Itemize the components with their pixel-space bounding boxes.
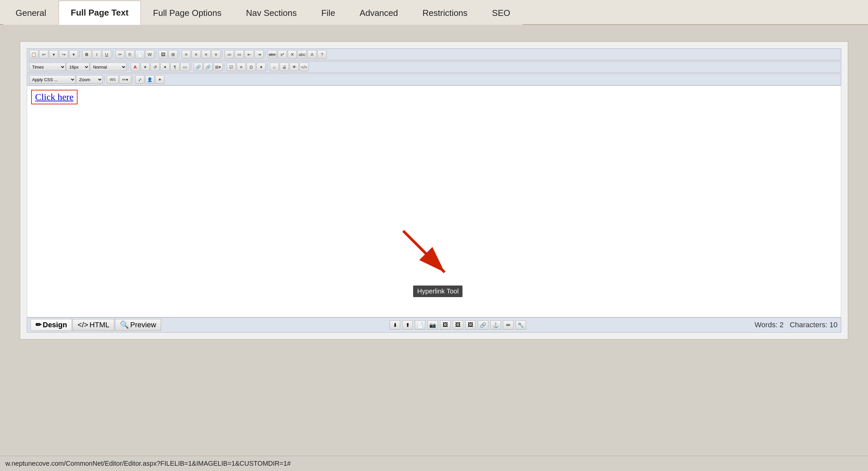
bottom-arrow-up-icon[interactable]: ⬆: [402, 320, 413, 329]
cut-btn[interactable]: ✂: [115, 50, 125, 59]
css-class-select[interactable]: Apply CSS ...: [29, 75, 75, 84]
strikethrough-btn[interactable]: abc: [268, 50, 277, 59]
paste-word-btn[interactable]: W: [145, 50, 154, 59]
paragraph-btn[interactable]: ¶: [170, 63, 180, 71]
bottom-tab-html[interactable]: </> HTML: [72, 319, 114, 331]
editor-body[interactable]: Click here Hyperlink Tool: [27, 86, 841, 317]
block-btn[interactable]: ▭: [180, 63, 189, 71]
separator-6: [265, 50, 266, 58]
italic-btn[interactable]: I: [92, 50, 101, 59]
subscript-btn[interactable]: A: [307, 50, 317, 59]
bold-btn[interactable]: B: [82, 50, 91, 59]
print-btn[interactable]: 🖨: [280, 63, 289, 71]
status-bar: w.neptunecove.com/CommonNet/Editor/Edito…: [0, 456, 868, 471]
font-color-btn[interactable]: A: [130, 63, 140, 71]
bottom-page-icon[interactable]: 📄: [415, 320, 425, 329]
bottom-tab-preview[interactable]: 🔍 Preview: [115, 319, 161, 331]
underline-btn[interactable]: U: [102, 50, 111, 59]
bottom-tool-icon[interactable]: 🔧: [516, 320, 526, 329]
ordered-list-btn[interactable]: ≔: [235, 50, 244, 59]
preview2-btn[interactable]: 👁: [289, 63, 299, 71]
tab-full-page-text[interactable]: Full Page Text: [59, 1, 141, 25]
undo-dropdown-btn[interactable]: ▾: [49, 50, 58, 59]
design-icon: ✏: [35, 321, 41, 329]
bottom-icons-group: ⬇ ⬆ 📄 📷 🖼 🖼 🖼 🔗 ⚓ ✏ 🔧: [390, 320, 526, 329]
align-center-btn[interactable]: ≡: [191, 50, 201, 59]
bottom-edit-icon[interactable]: ✏: [503, 320, 514, 329]
table-dropdown-btn[interactable]: ⊞▾: [213, 63, 223, 71]
separator-9: [224, 63, 225, 71]
unordered-list-btn[interactable]: ≔: [225, 50, 234, 59]
bottom-link-icon[interactable]: 🔗: [478, 320, 488, 329]
bottom-image2-icon[interactable]: 🖼: [453, 320, 463, 329]
separator-11: [104, 75, 105, 84]
paste2-btn[interactable]: 📄: [135, 50, 145, 59]
bottom-tabs: ✏ Design </> HTML 🔍 Preview: [30, 319, 161, 331]
toolbar-row-2: Times Arial Verdana 16px 12px 14px 18px …: [27, 61, 841, 73]
undo-btn[interactable]: ↩: [39, 50, 49, 59]
separator-7: [128, 63, 129, 71]
separator-3: [156, 50, 157, 58]
bottom-image1-icon[interactable]: 🖼: [440, 320, 451, 329]
outdent-btn[interactable]: ⇤: [245, 50, 254, 59]
click-here-link[interactable]: Click here: [31, 90, 78, 104]
toolbar-row-3: Apply CSS ... Zoom 50% 75% 100% 125% 150…: [27, 73, 841, 86]
separator-12: [132, 75, 134, 84]
lines-btn[interactable]: ≡: [237, 63, 246, 71]
help-btn[interactable]: ?: [317, 50, 327, 59]
paragraph-style-select[interactable]: Normal Heading 1 Heading 2 Heading 3: [90, 63, 127, 71]
redo-btn[interactable]: ↪: [59, 50, 68, 59]
tab-advanced[interactable]: Advanced: [347, 1, 410, 25]
separator-10: [267, 63, 268, 71]
bottom-image3-icon[interactable]: 🖼: [465, 320, 476, 329]
editor-container: 📋 ↩ ▾ ↪ ▾ B I U ✂ ⎘ 📄 W 🖼 ⊞ ≡ ≡ ≡ ≡ ≔ ≔ …: [20, 41, 848, 340]
code-btn[interactable]: </>: [300, 63, 309, 71]
tab-nav-sections[interactable]: Nav Sections: [234, 1, 309, 25]
superscript-btn[interactable]: x²: [278, 50, 287, 59]
bottom-arrow-down-icon[interactable]: ⬇: [390, 320, 400, 329]
insert-image-btn[interactable]: 🖼: [158, 50, 168, 59]
preview-icon: 🔍: [120, 321, 129, 329]
tab-restrictions[interactable]: Restrictions: [410, 1, 480, 25]
html-icon: </>: [78, 321, 88, 329]
spell-check-btn[interactable]: abc: [298, 50, 307, 59]
tab-general[interactable]: General: [3, 1, 59, 25]
remove-format-btn[interactable]: ✕: [287, 50, 297, 59]
resize-btn[interactable]: ⤢: [135, 75, 145, 84]
justify-btn[interactable]: ≡: [211, 50, 221, 59]
svg-line-1: [403, 231, 444, 272]
tab-file[interactable]: File: [309, 1, 347, 25]
special-char-btn[interactable]: Ω: [247, 63, 256, 71]
indent-btn[interactable]: ⇥: [254, 50, 264, 59]
bottom-tab-design[interactable]: ✏ Design: [30, 319, 72, 331]
arrow-dropdown-btn[interactable]: ▾: [160, 63, 169, 71]
arrow-btn[interactable]: ↺: [150, 63, 160, 71]
font-color-dropdown-btn[interactable]: ▾: [141, 63, 150, 71]
font-family-select[interactable]: Times Arial Verdana: [29, 63, 66, 71]
align-right-btn[interactable]: ≡: [202, 50, 211, 59]
font-size-select[interactable]: 16px 12px 14px 18px 24px: [66, 63, 89, 71]
unlink-btn[interactable]: 🔗: [204, 63, 213, 71]
red-arrow: [393, 221, 460, 287]
zoom-select[interactable]: Zoom 50% 75% 100% 125% 150%: [76, 75, 103, 84]
tab-seo[interactable]: SEO: [480, 1, 523, 25]
insert-table-btn[interactable]: ⊞: [168, 50, 178, 59]
link-btn[interactable]: 🔗: [193, 63, 203, 71]
separator-2: [113, 50, 114, 58]
highlight-btn[interactable]: ✏▾: [119, 75, 131, 84]
bottom-anchor-icon[interactable]: ⚓: [490, 320, 501, 329]
separator-4: [179, 50, 180, 58]
find-replace-btn[interactable]: ⌕: [270, 63, 279, 71]
accessibility-btn[interactable]: 👤: [145, 75, 154, 84]
separator-5: [222, 50, 223, 58]
spell-btn2[interactable]: WS: [107, 75, 119, 84]
copy-btn[interactable]: ⎘: [125, 50, 134, 59]
form-btn[interactable]: ☑: [227, 63, 236, 71]
special-char-dropdown-btn[interactable]: ▾: [256, 63, 266, 71]
bottom-camera-icon[interactable]: 📷: [427, 320, 438, 329]
paste-btn[interactable]: 📋: [29, 50, 38, 59]
tab-full-page-options[interactable]: Full Page Options: [141, 1, 234, 25]
align-left-btn[interactable]: ≡: [182, 50, 191, 59]
clean-btn[interactable]: ✦: [155, 75, 164, 84]
redo-dropdown-btn[interactable]: ▾: [69, 50, 78, 59]
